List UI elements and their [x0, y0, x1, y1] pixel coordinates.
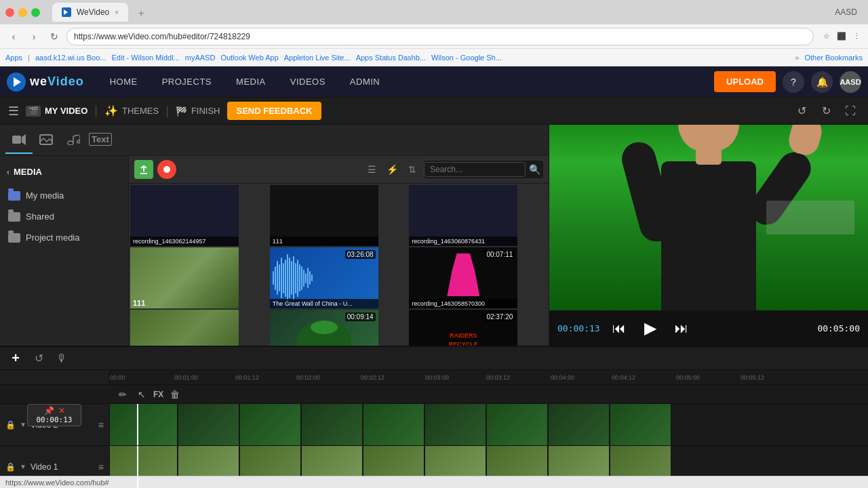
help-icon[interactable]: ?	[783, 71, 804, 93]
video2-thumb[interactable]	[610, 404, 671, 445]
window-maximize-button[interactable]	[31, 8, 40, 17]
video2-thumb[interactable]	[487, 404, 548, 445]
extensions-icon[interactable]: ⬛	[835, 30, 848, 43]
media-header: ‹ MEDIA	[0, 161, 128, 185]
thumb-item-recording[interactable]: 00:09:14 recording_1462558792000	[270, 310, 378, 346]
video2-thumb[interactable]	[549, 404, 610, 445]
playhead-line-v1	[137, 446, 138, 487]
search-icon[interactable]: 🔍	[526, 161, 543, 178]
undo-icon[interactable]: ↺	[792, 102, 811, 121]
track-menu-video1[interactable]: ≡	[98, 462, 104, 472]
bookmark-wilson[interactable]: Wilson - Google Sh...	[431, 54, 502, 62]
fullscreen-icon[interactable]: ⛶	[841, 102, 860, 121]
browser-tab[interactable]: WeVideo ×	[52, 3, 128, 22]
microphone-button[interactable]: 🎙	[53, 350, 71, 367]
bookmark-outlook[interactable]: Outlook Web App	[220, 54, 278, 62]
new-tab-button[interactable]: +	[131, 5, 151, 22]
video2-thumb[interactable]	[178, 404, 239, 445]
hamburger-menu[interactable]: ☰	[8, 104, 19, 119]
skip-to-end-button[interactable]: ⏭	[671, 317, 692, 339]
sidebar-item-shared[interactable]: Shared	[0, 206, 128, 227]
filter-button[interactable]: ⚡	[383, 161, 401, 178]
pencil-tool[interactable]: ✏	[115, 387, 130, 402]
nav-projects[interactable]: PROJECTS	[150, 66, 224, 98]
avatar[interactable]: AASD	[840, 71, 861, 93]
window-close-button[interactable]	[5, 8, 14, 17]
finish-button[interactable]: 🏁 FINISH	[176, 106, 220, 117]
thumb-item[interactable]: recording_1463062144957	[130, 185, 239, 246]
themes-button[interactable]: ✨ THEMES	[104, 104, 159, 117]
browser-forward-button[interactable]: ›	[26, 28, 42, 45]
nav-admin[interactable]: ADMIN	[338, 66, 392, 98]
fx-tool[interactable]: FX	[153, 390, 163, 399]
track-collapse-video2[interactable]: ▼	[20, 421, 26, 428]
video2-thumb[interactable]	[425, 404, 486, 445]
bookmark-other[interactable]: Other Bookmarks	[804, 54, 863, 62]
cursor-tool[interactable]: ↖	[134, 387, 149, 402]
sidebar-label-project: Project media	[26, 232, 79, 243]
search-input[interactable]	[424, 162, 526, 177]
undo-timeline-button[interactable]: ↺	[30, 350, 47, 367]
thumb-item-audio-wave[interactable]: 03:26:08 The Great Wall of China - U...	[270, 247, 378, 308]
bookmark-appleton[interactable]: Appleton Live Site...	[284, 54, 351, 62]
marker-9: 00:05:00	[676, 374, 700, 381]
thumb-item-raiders[interactable]: RAIDERSRECYCLE 02:37:20 1-22-16 Wilson R…	[409, 310, 517, 346]
add-track-button[interactable]: +	[7, 350, 24, 367]
media-type-text[interactable]: Text	[87, 127, 114, 154]
trash-tool[interactable]: 🗑	[167, 387, 182, 402]
bookmark-apps[interactable]: Apps	[5, 54, 22, 62]
track-video2: 🔒 ▼ Video 2 ≡	[0, 404, 868, 446]
skip-to-start-button[interactable]: ⏮	[608, 317, 630, 339]
video2-thumb[interactable]	[240, 404, 301, 445]
back-arrow-icon[interactable]: ‹	[7, 167, 9, 177]
media-type-video[interactable]	[5, 127, 33, 154]
thumb-label: recording_1463062144957	[130, 237, 239, 246]
video2-thumb[interactable]	[363, 404, 425, 445]
nav-videos[interactable]: VIDEOS	[278, 66, 338, 98]
upload-button[interactable]: UPLOAD	[714, 71, 776, 92]
record-button[interactable]	[157, 160, 176, 179]
sidebar-item-project[interactable]: Project media	[0, 227, 128, 248]
my-video-button[interactable]: 🎬 MY VIDEO	[26, 106, 87, 117]
track-menu-video2[interactable]: ≡	[98, 420, 104, 430]
video2-thumb[interactable]	[302, 404, 363, 445]
upload-media-button[interactable]	[134, 160, 153, 179]
sidebar-item-mymedia[interactable]: My media	[0, 185, 128, 206]
edit-tools: ✏ ↖ FX 🗑	[110, 387, 188, 402]
bookmark-myaasd[interactable]: myAASD	[185, 54, 216, 62]
media-type-audio[interactable]	[60, 127, 87, 154]
browser-refresh-button[interactable]: ↻	[46, 28, 62, 45]
notifications-icon[interactable]: 🔔	[811, 71, 833, 93]
thumb-duration: 03:26:08	[345, 250, 376, 259]
browser-back-button[interactable]: ‹	[5, 28, 22, 45]
thumb-item[interactable]: 111	[270, 185, 378, 246]
nav-media[interactable]: MEDIA	[224, 66, 278, 98]
thumb-item[interactable]: recording_1463060876431	[409, 185, 517, 246]
media-grid-toolbar: ☰ ⚡ ⇅ 🔍	[129, 156, 549, 184]
track-collapse-video1[interactable]: ▼	[20, 463, 26, 470]
window-minimize-button[interactable]	[18, 8, 27, 17]
thumb-item-great-wall[interactable]: 111	[130, 247, 239, 308]
play-button[interactable]: ▶	[638, 316, 663, 340]
sort-button[interactable]: ⇅	[403, 161, 421, 178]
bookmark-aasd[interactable]: aasd.k12.wi.us Boo...	[35, 54, 106, 62]
media-type-image[interactable]	[33, 127, 60, 154]
redo-icon[interactable]: ↻	[816, 102, 835, 121]
bookmark-edit[interactable]: Edit - Wilson Middl...	[112, 54, 180, 62]
bookmark-apps-status[interactable]: Apps Status Dashb...	[356, 54, 426, 62]
track-lock-icon-v1[interactable]: 🔒	[5, 462, 16, 472]
thumb-item-great-wall2[interactable]: 20090529_Great_Wall_8185	[130, 310, 239, 346]
nav-home[interactable]: HOME	[98, 66, 150, 98]
list-view-button[interactable]: ☰	[363, 161, 380, 178]
video2-thumb[interactable]	[110, 404, 178, 445]
finish-label: FINISH	[191, 106, 220, 116]
track-lock-icon[interactable]: 🔒	[5, 420, 16, 430]
browser-menu-icon[interactable]: ⋮	[850, 30, 863, 43]
timeline-markers-row: 00:00 00:01:00 00:01:12 00:02:00 00:02:1…	[0, 370, 868, 385]
tab-close-button[interactable]: ×	[115, 9, 119, 16]
bookmark-star-icon[interactable]: ☆	[821, 30, 833, 43]
url-bar[interactable]	[66, 28, 814, 45]
send-feedback-button[interactable]: SEND FEEDBACK	[227, 102, 322, 120]
close-playhead-icon[interactable]: ✕	[58, 406, 65, 415]
thumb-item-pink[interactable]: 00:07:11 recording_1463058570300	[409, 247, 517, 308]
